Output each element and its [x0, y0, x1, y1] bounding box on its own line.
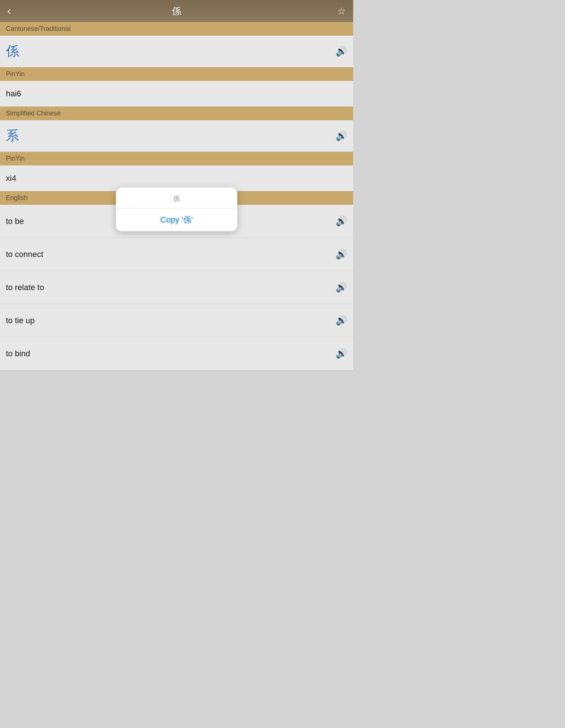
popup-overlay: 係 Copy '係' [0, 0, 353, 728]
copy-button[interactable]: Copy '係' [116, 208, 237, 231]
context-menu-popup: 係 Copy '係' [116, 188, 237, 231]
popup-title: 係 [116, 188, 237, 208]
